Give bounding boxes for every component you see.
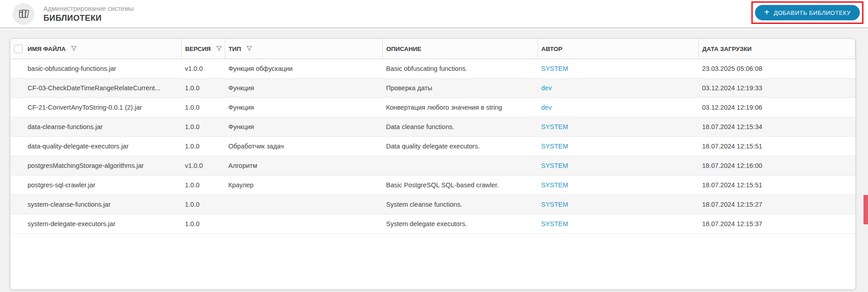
cell-file-name: system-cleanse-functions.jar (24, 195, 181, 214)
row-select-cell (10, 117, 24, 137)
cell-author: dev (538, 79, 698, 98)
column-header-description[interactable]: ОПИСАНИЕ (382, 39, 538, 59)
cell-type: Краулер (225, 176, 382, 195)
author-link[interactable]: SYSTEM (541, 181, 568, 189)
filter-icon[interactable] (246, 46, 252, 51)
cell-upload-date: 18.07.2024 12:15:27 (698, 195, 855, 214)
cell-description: Конвертация любого значения в string (382, 98, 538, 117)
cell-description: Data cleanse functions. (382, 117, 538, 137)
row-select-cell (10, 137, 24, 156)
cell-version: 1.0.0 (181, 79, 225, 98)
cell-upload-date: 03.12.2024 12:19:06 (698, 98, 855, 117)
column-header-file-name[interactable]: ИМЯ ФАЙЛА (24, 39, 181, 59)
cell-file-name: basic-obfuscating-functions.jar (24, 59, 181, 79)
author-link[interactable]: SYSTEM (541, 220, 568, 227)
table-row[interactable]: data-quality-delegate-executors.jar1.0.0… (10, 137, 855, 156)
cell-version: 1.0.0 (181, 137, 225, 156)
cell-file-name: data-cleanse-functions.jar (24, 117, 181, 137)
cell-author: SYSTEM (538, 156, 698, 176)
annotation-highlight-box: + ДОБАВИТЬ БИБЛИОТЕКУ (751, 1, 863, 24)
brand: Администрирование системы БИБЛИОТЕКИ (13, 3, 134, 25)
select-all-cell (10, 39, 24, 59)
cell-file-name: CF-03-CheckDateTimeRangeRelateCurrent... (24, 79, 181, 98)
column-header-version[interactable]: ВЕРСИЯ (181, 39, 225, 59)
author-link[interactable]: dev (541, 84, 552, 92)
cell-type: Функция (225, 79, 382, 98)
libraries-table: ИМЯ ФАЙЛА ВЕРСИЯ ТИП ОПИСАНИЕ (10, 39, 855, 234)
topbar: Администрирование системы БИБЛИОТЕКИ (0, 0, 868, 28)
cell-author: SYSTEM (538, 176, 698, 195)
filter-icon[interactable] (71, 46, 77, 51)
scrollbar-thumb[interactable] (863, 195, 868, 224)
cell-author: SYSTEM (538, 214, 698, 234)
author-link[interactable]: SYSTEM (541, 162, 568, 169)
cell-version: 1.0.0 (181, 98, 225, 117)
table-row[interactable]: postgresMatchingStorage-algorithms.jarv1… (10, 156, 855, 176)
cell-version: v1.0.0 (181, 59, 225, 79)
row-select-cell (10, 156, 24, 176)
table-row[interactable]: system-cleanse-functions.jar1.0.0System … (10, 195, 855, 214)
row-select-cell (10, 214, 24, 234)
row-select-cell (10, 79, 24, 98)
row-select-cell (10, 59, 24, 79)
cell-author: SYSTEM (538, 195, 698, 214)
libraries-table-card: ИМЯ ФАЙЛА ВЕРСИЯ ТИП ОПИСАНИЕ (10, 38, 856, 290)
cell-author: SYSTEM (538, 59, 698, 79)
cell-type: Функция (225, 117, 382, 137)
cell-type: Функция обфускации (225, 59, 382, 79)
add-library-button-label: ДОБАВИТЬ БИБЛИОТЕКУ (774, 9, 850, 16)
author-link[interactable]: SYSTEM (541, 143, 568, 150)
cell-description: System delegate executors. (382, 214, 538, 234)
cell-type: Функция (225, 98, 382, 117)
cell-file-name: postgres-sql-crawler.jar (24, 176, 181, 195)
cell-description (382, 156, 538, 176)
cell-type (225, 214, 382, 234)
table-row[interactable]: data-cleanse-functions.jar1.0.0ФункцияDa… (10, 117, 855, 137)
filter-icon[interactable] (216, 46, 222, 51)
table-row[interactable]: CF-21-ConvertAnyToString-0.0.1 (2).jar1.… (10, 98, 855, 117)
cell-description: System cleanse functions. (382, 195, 538, 214)
column-header-author[interactable]: АВТОР (538, 39, 698, 59)
row-select-cell (10, 195, 24, 214)
cell-version: 1.0.0 (181, 214, 225, 234)
cell-type: Алгоритм (225, 156, 382, 176)
cell-file-name: data-quality-delegate-executors.jar (24, 137, 181, 156)
cell-description: Basic obfuscating functions. (382, 59, 538, 79)
author-link[interactable]: dev (541, 104, 552, 111)
titles: Администрирование системы БИБЛИОТЕКИ (43, 5, 134, 23)
row-select-cell (10, 98, 24, 117)
cell-upload-date: 18.07.2024 12:16:00 (698, 156, 855, 176)
cell-author: SYSTEM (538, 117, 698, 137)
cell-type: Обработчик задач (225, 137, 382, 156)
cell-description: Basic PostgreSQL SQL-based crawler. (382, 176, 538, 195)
cell-file-name: system-delegate-executors.jar (24, 214, 181, 234)
add-library-button[interactable]: + ДОБАВИТЬ БИБЛИОТЕКУ (755, 5, 860, 20)
cell-file-name: CF-21-ConvertAnyToString-0.0.1 (2).jar (24, 98, 181, 117)
author-link[interactable]: SYSTEM (541, 65, 568, 72)
table-row[interactable]: CF-03-CheckDateTimeRangeRelateCurrent...… (10, 79, 855, 98)
cell-type (225, 195, 382, 214)
cell-upload-date: 23.03.2025 05:06:08 (698, 59, 855, 79)
table-row[interactable]: postgres-sql-crawler.jar1.0.0КраулерBasi… (10, 176, 855, 195)
table-row[interactable]: basic-obfuscating-functions.jarv1.0.0Фун… (10, 59, 855, 79)
table-row[interactable]: system-delegate-executors.jar1.0.0System… (10, 214, 855, 234)
books-icon (13, 3, 34, 25)
cell-description: Data quality delegate executors. (382, 137, 538, 156)
cell-author: dev (538, 98, 698, 117)
plus-icon: + (764, 8, 769, 17)
cell-version: 1.0.0 (181, 176, 225, 195)
cell-author: SYSTEM (538, 137, 698, 156)
page-title: БИБЛИОТЕКИ (43, 14, 134, 23)
author-link[interactable]: SYSTEM (541, 123, 568, 130)
select-all-checkbox[interactable] (14, 45, 23, 53)
cell-version: v1.0.0 (181, 156, 225, 176)
cell-version: 1.0.0 (181, 117, 225, 137)
column-header-upload-date[interactable]: ДАТА ЗАГРУЗКИ (698, 39, 855, 59)
cell-upload-date: 18.07.2024 12:15:37 (698, 214, 855, 234)
cell-file-name: postgresMatchingStorage-algorithms.jar (24, 156, 181, 176)
cell-upload-date: 18.07.2024 12:15:51 (698, 176, 855, 195)
column-header-type[interactable]: ТИП (225, 39, 382, 59)
content-area: ИМЯ ФАЙЛА ВЕРСИЯ ТИП ОПИСАНИЕ (0, 29, 868, 292)
cell-upload-date: 18.07.2024 12:15:34 (698, 117, 855, 137)
author-link[interactable]: SYSTEM (541, 201, 568, 208)
